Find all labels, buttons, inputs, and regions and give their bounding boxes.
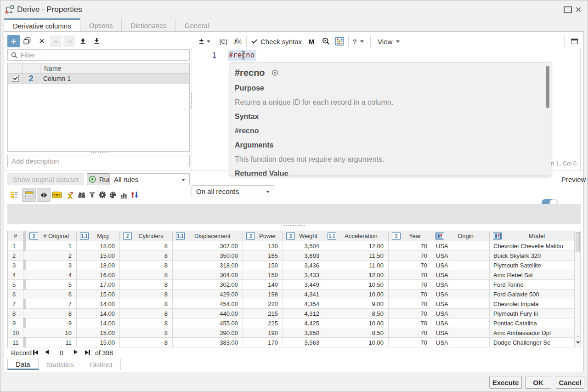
grid-cell[interactable]: Dodge Challenger Se xyxy=(490,338,575,347)
grid-cell[interactable]: 70 xyxy=(389,270,432,280)
zoom-search-icon[interactable] xyxy=(321,36,330,45)
table-view-icon[interactable] xyxy=(22,188,36,202)
grid-cell[interactable]: 3,693 xyxy=(283,251,324,261)
grid-cell[interactable]: Pontiac Catalina xyxy=(490,318,575,328)
grid-cell[interactable]: 390.00 xyxy=(173,328,243,338)
grid-cell[interactable]: Chevrolet Impala xyxy=(490,299,575,309)
grid-cell[interactable]: Amc Ambassador Dpl xyxy=(490,328,575,338)
grid-header-blank[interactable]: # xyxy=(8,231,23,241)
scroll-up-icon[interactable] xyxy=(576,335,580,337)
grid-cell[interactable]: 10 xyxy=(8,328,23,338)
cancel-button[interactable]: Cancel xyxy=(556,376,584,389)
insert-column-ref-button[interactable]: [C] xyxy=(218,37,229,46)
grid-cell[interactable]: 15.00 xyxy=(77,328,120,338)
help-dropdown[interactable]: ? xyxy=(353,37,364,46)
grid-cell[interactable]: 15.00 xyxy=(77,290,120,299)
record-prev-button[interactable] xyxy=(45,350,49,354)
grid-cell[interactable]: 3,433 xyxy=(283,270,324,280)
grid-cell[interactable]: 70 xyxy=(389,338,432,347)
grid-cell[interactable]: 8 xyxy=(120,328,173,338)
grid-header-cylinders[interactable]: 2Cylinders xyxy=(120,231,173,241)
grid-cell[interactable]: 14.00 xyxy=(77,309,120,318)
grid-cell[interactable]: USA xyxy=(432,299,490,309)
grid-cell[interactable]: 8.50 xyxy=(324,328,389,338)
grid-cell[interactable]: 15.00 xyxy=(77,251,120,261)
export-text-icon[interactable]: TXT xyxy=(50,188,64,202)
grid-cell[interactable]: 1 xyxy=(8,241,23,251)
grid-cell[interactable]: USA xyxy=(432,318,490,328)
grid-header-origin[interactable]: Origin xyxy=(432,231,490,241)
grid-cell[interactable]: Chevrolet Chevelle Malibu xyxy=(490,241,575,251)
grid-cell[interactable]: USA xyxy=(432,309,490,318)
insert-operator-dropdown[interactable]: ± xyxy=(197,36,213,47)
grid-cell[interactable]: 3,436 xyxy=(283,261,324,270)
grid-cell[interactable]: 14.00 xyxy=(77,318,120,328)
bottom-tab-distinct[interactable]: Distinct xyxy=(82,359,121,370)
column-view-icon[interactable] xyxy=(7,188,21,202)
grid-cell[interactable]: 150 xyxy=(243,270,283,280)
grid-cell[interactable]: USA xyxy=(432,241,490,251)
grid-scrollbar-thumb[interactable] xyxy=(576,232,580,252)
tab-derivative-columns[interactable]: Derivative columns xyxy=(4,18,80,32)
grid-cell[interactable]: 8 xyxy=(120,318,173,328)
grid-cell[interactable]: 70 xyxy=(389,309,432,318)
match-case-button[interactable]: M xyxy=(307,37,316,46)
horizontal-resize-handle[interactable] xyxy=(90,152,107,153)
tab-general[interactable]: General xyxy=(176,19,218,32)
grid-cell[interactable]: 307.00 xyxy=(173,241,243,251)
grid-cell[interactable]: Plymouth Satellite xyxy=(490,261,575,270)
grid-cell[interactable]: 8 xyxy=(120,241,173,251)
grid-cell[interactable]: 3,504 xyxy=(283,241,324,251)
grid-cell[interactable]: 454.00 xyxy=(173,299,243,309)
delete-column-button[interactable]: ✕ xyxy=(37,36,47,46)
window-close-button[interactable]: ✕ xyxy=(574,6,582,14)
grid-cell[interactable]: 318.00 xyxy=(173,261,243,270)
grid-cell[interactable]: 8.50 xyxy=(324,309,389,318)
grid-cell[interactable]: 12.00 xyxy=(324,270,389,280)
grid-cell[interactable]: 440.00 xyxy=(173,309,243,318)
grid-cell[interactable]: 2 xyxy=(8,251,23,261)
grid-cell[interactable]: 8 xyxy=(120,280,173,290)
grid-header-acceleration[interactable]: 1.1Acceleration xyxy=(324,231,389,241)
grid-cell[interactable]: USA xyxy=(432,338,490,347)
grid-cell[interactable]: 70 xyxy=(389,299,432,309)
grid-cell[interactable]: 70 xyxy=(389,290,432,299)
grid-cell[interactable]: 130 xyxy=(243,241,283,251)
grid-cell[interactable]: 140 xyxy=(243,280,283,290)
grid-header-mpg[interactable]: 1.1Mpg xyxy=(77,231,120,241)
grid-cell[interactable]: 8 xyxy=(120,270,173,280)
show-original-dataset-button[interactable]: Show original dataset xyxy=(7,173,84,185)
grid-cell[interactable]: 7 xyxy=(8,299,23,309)
grid-cell[interactable]: Amc Rebel Sst xyxy=(490,270,575,280)
grid-cell[interactable]: 3 xyxy=(8,261,23,270)
grid-cell[interactable]: 304.00 xyxy=(173,270,243,280)
record-current-value[interactable]: 0 xyxy=(54,349,69,357)
grid-header-year[interactable]: 2Year xyxy=(389,231,432,241)
grid-cell[interactable]: 302.00 xyxy=(173,280,243,290)
grid-cell[interactable]: 8 xyxy=(120,261,173,270)
color-grid-icon[interactable] xyxy=(335,37,344,46)
grid-cell[interactable]: 9 xyxy=(8,318,23,328)
grid-cell[interactable]: Buick Skylark 320 xyxy=(490,251,575,261)
grid-header-model[interactable]: Model xyxy=(490,231,575,241)
grid-cell[interactable]: Plymouth Fury Iii xyxy=(490,309,575,318)
grid-cell[interactable]: 3,563 xyxy=(283,338,324,347)
horizontal-resize-handle[interactable] xyxy=(283,225,305,226)
grid-scrollbar[interactable] xyxy=(574,231,581,347)
grid-cell[interactable]: 18.00 xyxy=(77,261,120,270)
grid-cell[interactable]: 7 xyxy=(26,299,77,309)
grid-cell[interactable]: USA xyxy=(432,270,490,280)
grid-cell[interactable]: 70 xyxy=(389,328,432,338)
add-column-button[interactable]: + xyxy=(7,35,20,47)
bottom-tab-statistics[interactable]: Statistics xyxy=(39,359,82,370)
grid-cell[interactable]: 10.50 xyxy=(324,280,389,290)
export-columns-icon[interactable] xyxy=(78,36,88,46)
grid-cell[interactable]: 8 xyxy=(120,338,173,347)
grid-cell[interactable]: 4,354 xyxy=(283,299,324,309)
grid-header-displacement[interactable]: 1.1Displacement xyxy=(173,231,243,241)
grid-cell[interactable]: 10 xyxy=(26,328,77,338)
grid-cell[interactable]: 15.00 xyxy=(77,338,120,347)
grid-cell[interactable]: 4 xyxy=(26,270,77,280)
grid-cell[interactable]: 70 xyxy=(389,261,432,270)
check-syntax-button[interactable]: Check syntax xyxy=(252,37,302,46)
